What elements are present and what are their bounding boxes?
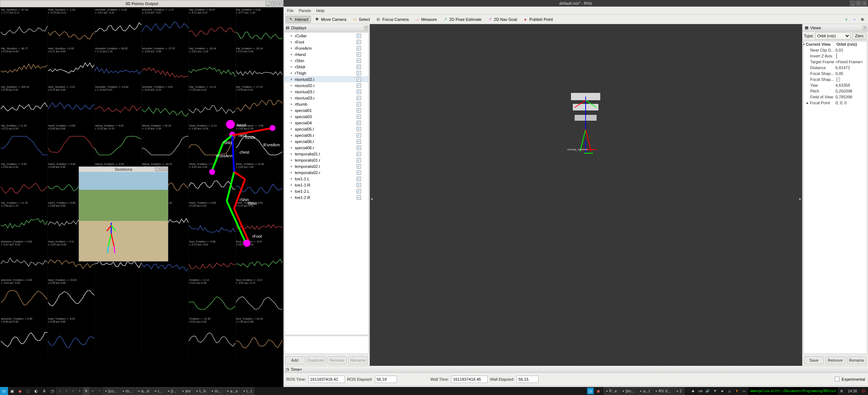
display-item[interactable]: ▸risorius03.r✓ [285, 95, 368, 101]
view-property-row[interactable]: Focal Shap...✓ [804, 76, 867, 82]
firefox-icon[interactable]: ◉ [16, 387, 24, 395]
tray-updates-icon[interactable]: ⬆ [734, 388, 740, 394]
rviz-minimize-button[interactable]: _ [850, 1, 855, 6]
display-visibility-checkbox[interactable]: ✓ [357, 34, 361, 38]
minimize-button[interactable]: _ [266, 1, 271, 6]
app-icon[interactable]: ◌ [24, 387, 32, 395]
display-item[interactable]: ▸special05.l✓ [285, 126, 368, 132]
taskbar-task[interactable]: ▪a...d [136, 387, 151, 395]
rviz-title-bar[interactable]: default.rviz* - RViz _ □ × [283, 0, 868, 7]
display-item[interactable]: ▸special04✓ [285, 120, 368, 126]
menu-help[interactable]: Help [316, 8, 324, 13]
tool-move-camera[interactable]: ✥Move Camera [312, 16, 349, 23]
display-item[interactable]: ▸special01✓ [285, 107, 368, 113]
expand-arrow-icon[interactable]: ▸ [290, 152, 293, 155]
display-item[interactable]: ▸special05.r✓ [285, 132, 368, 138]
display-visibility-checkbox[interactable]: ✓ [357, 127, 361, 131]
display-item[interactable]: ▸temporalis01.r✓ [285, 157, 368, 163]
display-visibility-checkbox[interactable]: ✓ [357, 133, 361, 138]
view-property-row[interactable]: Focal Shap...0,05 [804, 71, 867, 76]
display-item[interactable]: ▸rShin✓ [285, 57, 368, 64]
expand-arrow-icon[interactable]: ▸ [290, 165, 293, 168]
expand-arrow-icon[interactable]: ▸ [290, 140, 293, 143]
display-tree[interactable]: ▸rCollar✓▸rFoot✓▸rForeArm✓▸rHand✓▸rShin✓… [284, 32, 369, 335]
display-visibility-checkbox[interactable]: ✓ [357, 152, 361, 156]
expand-arrow-icon[interactable]: ▸ [290, 177, 293, 180]
expand-arrow-icon[interactable]: ▸ [290, 71, 293, 75]
sk-close-button[interactable]: × [164, 168, 168, 171]
views-save-button[interactable]: Save [804, 356, 824, 364]
expand-arrow-icon[interactable]: ▸ [290, 46, 293, 50]
taskbar-clock[interactable]: 14:36 [846, 389, 859, 393]
display-visibility-checkbox[interactable]: ✓ [357, 139, 361, 144]
add-tool-button[interactable]: + [843, 16, 850, 23]
display-item[interactable]: ▸special03✓ [285, 113, 368, 120]
experimental-checkbox[interactable] [835, 377, 839, 381]
display-visibility-checkbox[interactable]: ✓ [357, 40, 361, 44]
file-manager-icon[interactable]: ▣ [8, 387, 16, 395]
expand-arrow-icon[interactable]: ▸ [290, 171, 293, 174]
display-visibility-checkbox[interactable]: ✓ [357, 102, 361, 106]
tray-wifi-icon[interactable]: ◬ [726, 388, 733, 394]
display-item[interactable]: ▸rThigh✓ [285, 70, 368, 76]
tray-misc-icon[interactable]: ⊞ [838, 388, 845, 394]
zero-button[interactable]: Zero [852, 32, 867, 40]
rviz-maximize-button[interactable]: □ [856, 1, 861, 6]
display-visibility-checkbox[interactable]: ✓ [357, 164, 361, 169]
taskbar-task[interactable]: ▪r... [152, 387, 165, 395]
add-button[interactable]: Add [285, 356, 305, 364]
displays-header[interactable]: ▤ Displays × [283, 24, 369, 31]
expand-arrow-icon[interactable]: ▸ [290, 40, 293, 44]
menu-file[interactable]: File [287, 8, 294, 13]
sk-minimize-button[interactable]: _ [155, 168, 159, 171]
workspace-5[interactable]: 5 [83, 387, 89, 395]
display-visibility-checkbox[interactable]: ✓ [357, 59, 361, 63]
tb-firefox2-icon[interactable]: ◉ [594, 387, 602, 395]
skeletons-title-bar[interactable]: Skeletons _ □ × [79, 167, 168, 172]
tray-volume-icon[interactable]: 🔊 [704, 388, 711, 394]
tool-measure[interactable]: —Measure [412, 16, 439, 23]
view-property-row[interactable]: Near Clip D...0,01 [804, 47, 867, 53]
display-item[interactable]: ▸temporalis02.l✓ [285, 163, 368, 169]
views-rename-button[interactable]: Rename [847, 356, 867, 364]
taskbar-task[interactable]: ▪[co... [103, 387, 120, 395]
maximize-button[interactable]: □ [271, 1, 277, 6]
view-property-row[interactable]: Yaw4,63358 [804, 82, 867, 88]
taskbar-task[interactable]: ▪a...t [638, 387, 652, 395]
taskbar-task[interactable]: ▪[r... [165, 387, 179, 395]
display-item[interactable]: ▸risorius02.l✓ [285, 76, 368, 82]
display-visibility-checkbox[interactable]: ✓ [357, 90, 361, 94]
workspace-3[interactable]: 3 [69, 387, 76, 395]
tray-bluetooth-icon[interactable]: ◈ [719, 388, 726, 394]
sk-maximize-button[interactable]: □ [159, 168, 163, 171]
display-item[interactable]: ▸temporalis02.r✓ [285, 169, 368, 176]
display-visibility-checkbox[interactable]: ✓ [357, 189, 361, 193]
expand-arrow-icon[interactable]: ▸ [290, 59, 293, 62]
visibility-button[interactable]: ◉ [859, 16, 866, 23]
display-item[interactable]: ▸rFoot✓ [285, 39, 368, 45]
expand-arrow-icon[interactable]: ▸ [290, 84, 293, 87]
taskbar-task[interactable]: ▪RV d... [653, 387, 673, 395]
expand-arrow-icon[interactable]: ▸ [290, 90, 293, 93]
workspace-4[interactable]: 4 [76, 387, 83, 395]
close-button[interactable]: × [277, 1, 282, 6]
tray-app1[interactable]: ◆ [690, 388, 696, 394]
view-property-row[interactable]: Target Frame<Fixed Frame> [804, 59, 867, 65]
expand-arrow-icon[interactable]: ▸ [290, 115, 293, 118]
expand-arrow-icon[interactable]: ▸ [290, 158, 293, 162]
display-visibility-checkbox[interactable]: ✓ [357, 77, 361, 82]
display-visibility-checkbox[interactable]: ✓ [357, 183, 361, 187]
tool-interact[interactable]: ↖Interact [286, 16, 311, 23]
display-item[interactable]: ▸special06.l✓ [285, 138, 368, 144]
display-visibility-checkbox[interactable]: ✓ [357, 195, 361, 200]
display-visibility-checkbox[interactable]: ✓ [357, 158, 361, 162]
display-item[interactable]: ▸toe1-2.R✓ [285, 194, 368, 200]
tool-select[interactable]: ▭Select [350, 16, 372, 23]
display-visibility-checkbox[interactable]: ✓ [357, 121, 361, 125]
skeletons-window[interactable]: Skeletons _ □ × [79, 166, 168, 262]
expand-arrow-icon[interactable]: ▸ [290, 196, 293, 199]
taskbar-task[interactable]: ▪a...s [225, 387, 240, 395]
remove-button[interactable]: Remove [327, 356, 347, 364]
display-visibility-checkbox[interactable]: ✓ [357, 83, 361, 88]
expand-arrow-icon[interactable]: ▸ [290, 102, 293, 106]
